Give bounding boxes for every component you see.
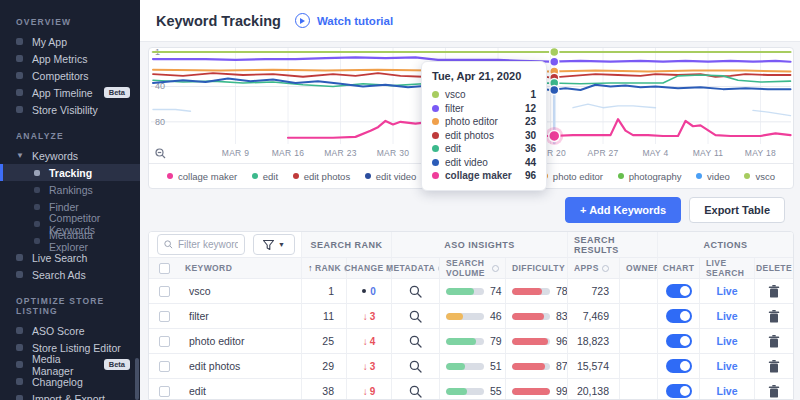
row-checkbox[interactable] (159, 361, 170, 372)
info-icon[interactable] (602, 265, 609, 272)
column-header-difficulty[interactable]: DIFFICULTY (505, 258, 567, 279)
select-all-checkbox[interactable] (159, 263, 170, 274)
metadata-search-button[interactable] (391, 329, 439, 354)
filter-funnel-button[interactable]: ▼ (253, 234, 295, 255)
toggle-knob (680, 336, 690, 346)
legend-item-edit-photos[interactable]: edit photos (293, 171, 350, 182)
delete-cell (754, 354, 793, 379)
bullet-icon (16, 106, 23, 113)
metadata-search-button[interactable] (391, 379, 439, 400)
filter-keywords-input[interactable] (178, 239, 238, 250)
sidebar-item-keywords[interactable]: ▼Keywords (0, 147, 140, 164)
row-checkbox[interactable] (159, 386, 170, 397)
column-group-actions: ACTIONS (657, 232, 793, 258)
sidebar-item-metadata-explorer[interactable]: Metadata Explorer (0, 232, 140, 249)
sidebar-item-tracking[interactable]: Tracking (0, 164, 140, 181)
x-axis-tick: MAY 11 (693, 148, 724, 158)
data-point-filter (550, 57, 559, 66)
delete-cell (754, 379, 793, 400)
chart-toggle[interactable] (666, 359, 692, 373)
column-header-label: CHART (663, 263, 695, 273)
column-header-search-volume[interactable]: SEARCH VOLUME (439, 258, 505, 279)
sidebar-item-app-timeline[interactable]: App TimelineBeta (0, 84, 140, 101)
delete-cell (754, 279, 793, 304)
legend-item-vsco[interactable]: vsco (744, 171, 775, 182)
keyword-label: photo editor (189, 335, 244, 347)
owner-cell (619, 379, 657, 400)
difficulty-bar (512, 388, 550, 395)
chart-toggle[interactable] (666, 309, 692, 323)
live-search-link[interactable]: Live (716, 285, 737, 297)
info-icon[interactable] (492, 265, 499, 272)
trash-icon[interactable] (768, 385, 780, 398)
metadata-search-button[interactable] (391, 354, 439, 379)
column-header-label: OWNER (626, 263, 661, 273)
x-axis-tick: MAY 18 (745, 148, 776, 158)
metadata-search-button[interactable] (391, 279, 439, 304)
legend-item-photography[interactable]: photography (618, 171, 682, 182)
column-header-delete[interactable]: DELETE (754, 258, 793, 279)
trash-icon[interactable] (768, 360, 780, 373)
legend-item-edit-video[interactable]: edit video (365, 171, 417, 182)
column-header-live-search[interactable]: LIVE SEARCH (699, 258, 754, 279)
sidebar-item-app-metrics[interactable]: App Metrics (0, 50, 140, 67)
row-checkbox[interactable] (159, 311, 170, 322)
column-header-owner[interactable]: OWNER (619, 258, 657, 279)
trash-icon[interactable] (768, 310, 780, 323)
legend-item-video[interactable]: video (696, 171, 730, 182)
chart-toggle[interactable] (666, 384, 692, 398)
sidebar-scrollbar[interactable] (135, 358, 139, 400)
chart-toggle[interactable] (666, 284, 692, 298)
apps-cell: 15,574 (567, 354, 619, 379)
column-header-apps[interactable]: APPS (567, 258, 619, 279)
trash-icon[interactable] (768, 285, 780, 298)
sidebar-item-label: Live Search (32, 252, 87, 264)
row-checkbox[interactable] (159, 336, 170, 347)
column-header-change[interactable]: CHANGE (346, 258, 391, 279)
chart-toggle-cell (657, 379, 699, 400)
difficulty-value: 83 (556, 310, 568, 322)
tooltip-series-label: vsco (445, 89, 466, 100)
trash-icon[interactable] (768, 335, 780, 348)
sidebar-item-label: Metadata Explorer (49, 229, 130, 253)
sidebar-item-label: Changelog (32, 376, 83, 388)
export-table-button[interactable]: Export Table (689, 197, 785, 223)
rank-chart-card: 14080 MAR 9MAR 16MAR 23MAR 30APR 6APR 13… (148, 47, 794, 189)
column-header-chart[interactable]: CHART (657, 258, 699, 279)
sidebar-item-search-ads[interactable]: Search Ads (0, 266, 140, 283)
legend-dot (293, 173, 299, 179)
tooltip-series-value: 23 (525, 116, 536, 127)
watch-tutorial-button[interactable]: Watch tutorial (295, 13, 393, 28)
sidebar-item-my-app[interactable]: My App (0, 33, 140, 50)
sidebar-item-changelog[interactable]: Changelog (0, 373, 140, 390)
legend-item-photo-editor[interactable]: photo editor (542, 171, 603, 182)
column-header-metadata[interactable]: METADATA (391, 258, 439, 279)
column-header-rank[interactable]: ↑RANK (301, 258, 346, 279)
owner-cell (619, 304, 657, 329)
live-search-link[interactable]: Live (716, 360, 737, 372)
row-checkbox[interactable] (159, 286, 170, 297)
sidebar-item-media-manager[interactable]: Media ManagerBeta (0, 356, 140, 373)
live-search-link[interactable]: Live (716, 310, 737, 322)
legend-item-edit[interactable]: edit (252, 171, 278, 182)
legend-item-collage-maker[interactable]: collage maker (167, 171, 237, 182)
row-select-cell (149, 304, 179, 329)
bullet-icon (16, 378, 23, 385)
sidebar-item-label: ASO Score (32, 325, 85, 337)
sidebar-item-import-export[interactable]: Import & Export (0, 390, 140, 400)
sidebar-item-store-visibility[interactable]: Store Visibility (0, 101, 140, 118)
sidebar-item-competitors[interactable]: Competitors (0, 67, 140, 84)
live-search-link[interactable]: Live (716, 385, 737, 397)
live-search-link[interactable]: Live (716, 335, 737, 347)
rank-change-cell: ↓3 (346, 304, 391, 329)
chart-toggle[interactable] (666, 334, 692, 348)
sidebar-item-rankings[interactable]: Rankings (0, 181, 140, 198)
tooltip-row-vsco: vsco1 (432, 88, 536, 102)
zoom-out-icon[interactable] (155, 148, 166, 159)
column-header-keyword[interactable]: KEYWORD (179, 258, 301, 279)
bullet-icon (16, 38, 23, 45)
metadata-search-button[interactable] (391, 304, 439, 329)
sidebar-item-aso-score[interactable]: ASO Score (0, 322, 140, 339)
column-header-label: RANK (315, 263, 341, 273)
add-keywords-button[interactable]: + Add Keywords (565, 197, 681, 223)
